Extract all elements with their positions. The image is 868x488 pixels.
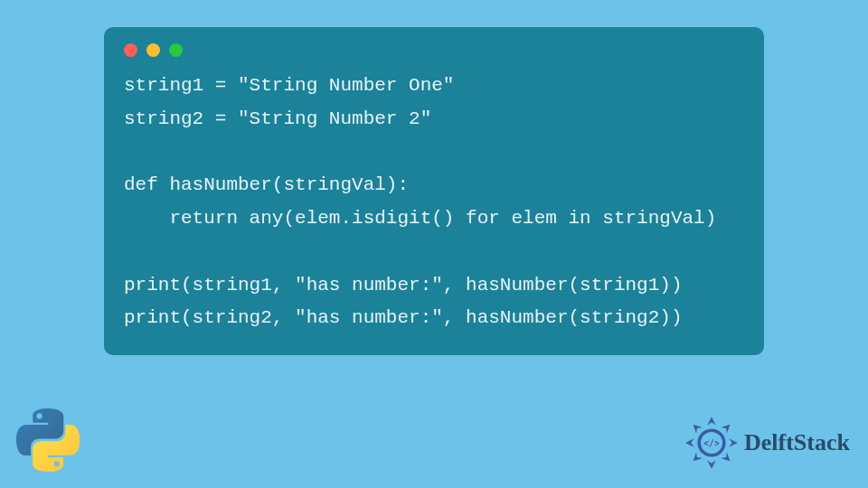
svg-marker-5 <box>690 452 703 465</box>
svg-marker-6 <box>685 438 694 447</box>
svg-marker-7 <box>690 421 703 434</box>
delftstack-emblem-icon: </> <box>684 416 739 470</box>
window-controls <box>124 43 744 57</box>
code-window: string1 = "String Number One" string2 = … <box>104 27 764 355</box>
delftstack-logo: </> DelftStack <box>684 416 850 470</box>
svg-marker-2 <box>729 438 738 447</box>
brand-name: DelftStack <box>744 429 850 456</box>
svg-text:</>: </> <box>703 438 720 448</box>
python-logo-icon <box>16 408 80 472</box>
svg-marker-4 <box>707 460 716 469</box>
svg-marker-1 <box>721 421 733 434</box>
maximize-dot-icon <box>169 43 183 57</box>
close-dot-icon <box>124 43 137 57</box>
svg-marker-3 <box>721 452 733 465</box>
minimize-dot-icon <box>146 43 160 57</box>
svg-marker-0 <box>707 417 716 426</box>
code-block: string1 = "String Number One" string2 = … <box>124 70 744 335</box>
